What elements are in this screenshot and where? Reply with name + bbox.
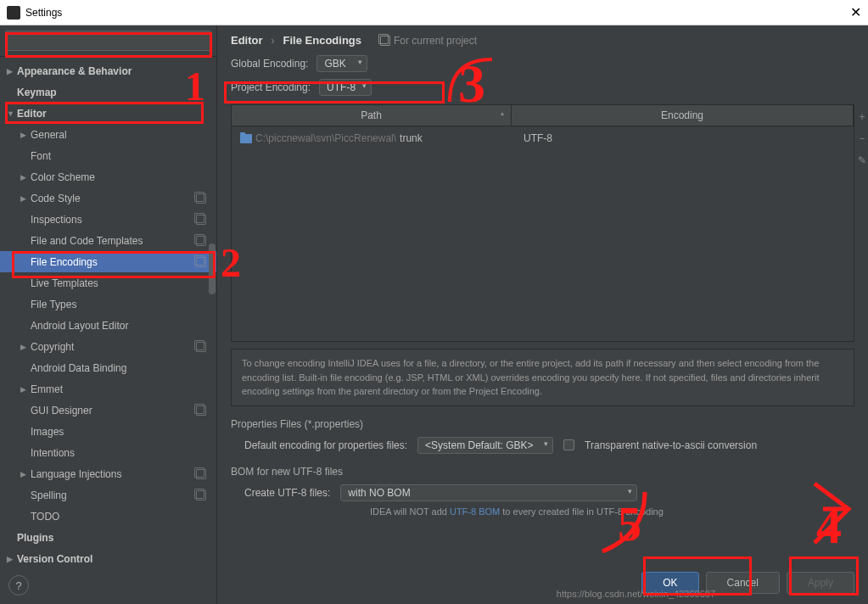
tree-arrow-icon: ▶ — [20, 194, 26, 203]
sidebar-item-intentions[interactable]: Intentions — [0, 442, 216, 463]
chevron-right-icon: › — [272, 35, 275, 47]
sidebar-item-inspections[interactable]: Inspections — [0, 209, 216, 230]
tree-arrow-icon: ▶ — [7, 555, 13, 563]
sidebar-item-label: Intentions — [31, 447, 75, 459]
watermark: https://blog.csdn.net/weixin_42369687 — [557, 589, 715, 599]
sidebar-item-plugins[interactable]: Plugins — [0, 527, 216, 548]
sidebar-item-label: Appearance & Behavior — [17, 65, 132, 77]
tree-arrow-icon: ▼ — [7, 109, 14, 118]
bom-hint: IDEA will NOT add UTF-8 BOM to every cre… — [217, 505, 868, 523]
utf8-bom-link[interactable]: UTF-8 BOM — [450, 506, 500, 517]
sidebar-item-appearance-behavior[interactable]: ▶Appearance & Behavior — [0, 60, 216, 81]
sidebar-item-emmet[interactable]: ▶Emmet — [0, 378, 216, 400]
tree-arrow-icon: ▶ — [20, 173, 26, 182]
properties-section-label: Properties Files (*.properties) — [217, 410, 868, 433]
sidebar-item-label: Inspections — [31, 214, 82, 226]
copy-icon — [380, 36, 390, 46]
bom-section-label: BOM for new UTF-8 files — [217, 457, 868, 481]
sidebar-item-label: File Types — [31, 299, 76, 310]
breadcrumb: Editor › File Encodings For current proj… — [217, 25, 868, 52]
app-icon — [7, 6, 20, 20]
search-input[interactable] — [5, 31, 211, 51]
sidebar-item-language-injections[interactable]: ▶Language Injections — [0, 463, 216, 484]
folder-icon — [240, 134, 252, 143]
default-props-encoding-dropdown[interactable]: <System Default: GBK> — [417, 437, 553, 454]
sidebar-item-code-style[interactable]: ▶Code Style — [0, 187, 216, 209]
window-title: Settings — [25, 7, 62, 19]
close-icon[interactable]: ✕ — [850, 4, 861, 20]
sidebar-item-label: File Encodings — [31, 256, 98, 268]
explain-text: To change encoding IntelliJ IDEA uses fo… — [231, 349, 854, 406]
sidebar-item-file-types[interactable]: File Types — [0, 294, 216, 315]
sidebar-item-label: Keymap — [17, 87, 57, 98]
scrollbar-thumb[interactable] — [209, 243, 216, 294]
sidebar-item-file-encodings[interactable]: File Encodings — [0, 251, 216, 272]
edit-button[interactable]: ✎ — [854, 149, 868, 171]
path-column-header[interactable]: Path — [232, 105, 512, 126]
sidebar-item-spelling[interactable]: Spelling — [0, 484, 216, 506]
sidebar-item-label: Android Data Binding — [31, 362, 126, 374]
sidebar-item-label: Android Layout Editor — [31, 320, 128, 332]
help-button[interactable]: ? — [8, 575, 29, 596]
sidebar-item-label: Version Control — [17, 553, 92, 565]
sidebar-item-label: File and Code Templates — [31, 235, 143, 247]
remove-button[interactable]: － — [854, 127, 868, 149]
copy-icon — [196, 490, 206, 501]
tree-arrow-icon: ▶ — [20, 385, 26, 394]
sidebar-item-label: General — [31, 129, 67, 141]
sidebar-item-label: Editor — [17, 108, 47, 120]
tree-arrow-icon: ▶ — [7, 67, 13, 76]
copy-icon — [196, 405, 206, 416]
copy-icon — [196, 469, 206, 479]
sidebar-item-label: Spelling — [31, 489, 67, 501]
breadcrumb-root[interactable]: Editor — [231, 34, 263, 47]
add-button[interactable]: ＋ — [854, 105, 868, 127]
copy-icon — [196, 342, 206, 352]
table-row[interactable]: C:\piccnewal\svn\PiccRenewal\trunkUTF-8 — [235, 130, 850, 147]
copy-icon — [196, 193, 206, 204]
encoding-table: Path Encoding C:\piccnewal\svn\PiccRenew… — [231, 104, 854, 342]
sidebar-item-general[interactable]: ▶General — [0, 124, 216, 145]
project-encoding-label: Project Encoding: — [231, 81, 311, 93]
copy-icon — [196, 257, 206, 267]
sidebar-item-copyright[interactable]: ▶Copyright — [0, 336, 216, 357]
sidebar-item-keymap[interactable]: Keymap — [0, 81, 216, 103]
sidebar-item-live-templates[interactable]: Live Templates — [0, 272, 216, 294]
main-panel: Editor › File Encodings For current proj… — [217, 25, 868, 604]
create-utf8-label: Create UTF-8 files: — [244, 487, 330, 499]
copy-icon — [196, 236, 206, 246]
sidebar-item-label: TODO — [31, 511, 59, 523]
sidebar-item-label: Images — [31, 426, 64, 438]
sidebar-item-label: GUI Designer — [31, 405, 92, 417]
copy-icon — [196, 215, 206, 225]
global-encoding-dropdown[interactable]: GBK — [316, 55, 367, 72]
apply-button[interactable]: Apply — [787, 572, 854, 594]
transparent-label: Transparent native-to-ascii conversion — [585, 439, 757, 451]
sidebar-item-font[interactable]: Font — [0, 145, 216, 166]
create-utf8-dropdown[interactable]: with NO BOM — [340, 484, 637, 501]
tree-arrow-icon: ▶ — [20, 131, 26, 139]
sidebar-item-version-control[interactable]: ▶Version Control — [0, 548, 216, 569]
transparent-checkbox[interactable] — [563, 439, 574, 450]
sidebar-item-label: Code Style — [31, 193, 81, 204]
global-encoding-label: Global Encoding: — [231, 58, 308, 70]
sidebar-item-editor[interactable]: ▼Editor — [0, 103, 216, 124]
sidebar-item-gui-designer[interactable]: GUI Designer — [0, 400, 216, 421]
sidebar-item-android-data-binding[interactable]: Android Data Binding — [0, 357, 216, 378]
sidebar-item-label: Language Injections — [31, 468, 121, 480]
cancel-button[interactable]: Cancel — [706, 572, 780, 594]
sidebar-item-images[interactable]: Images — [0, 421, 216, 442]
sidebar-item-todo[interactable]: TODO — [0, 506, 216, 527]
current-project-badge: For current project — [380, 35, 477, 47]
sidebar-item-color-scheme[interactable]: ▶Color Scheme — [0, 166, 216, 187]
sidebar-item-label: Font — [31, 150, 51, 162]
sidebar-item-file-and-code-templates[interactable]: File and Code Templates — [0, 230, 216, 251]
encoding-column-header[interactable]: Encoding — [512, 105, 854, 126]
project-encoding-dropdown[interactable]: UTF-8 — [319, 79, 372, 96]
settings-tree[interactable]: ▶Appearance & BehaviorKeymap▼Editor▶Gene… — [0, 57, 216, 604]
breadcrumb-leaf: File Encodings — [283, 34, 361, 47]
tree-arrow-icon: ▶ — [20, 343, 26, 351]
sidebar-item-android-layout-editor[interactable]: Android Layout Editor — [0, 315, 216, 336]
sidebar-item-label: Copyright — [31, 341, 74, 353]
sidebar-item-label: Color Scheme — [31, 171, 95, 183]
